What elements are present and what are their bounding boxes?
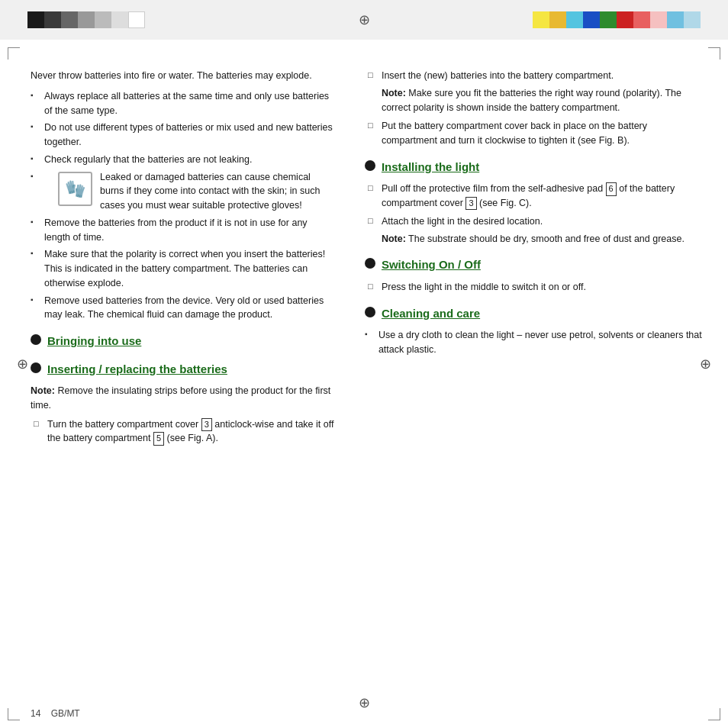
battery-steps-list: Turn the battery compartment cover 3 ant… bbox=[31, 417, 334, 446]
corner-mark-bl bbox=[8, 708, 20, 720]
warning-text: Leaked or damaged batteries can cause ch… bbox=[100, 170, 334, 213]
ref-3b: 3 bbox=[465, 197, 476, 210]
installing-step1: Pull off the protective film from the se… bbox=[365, 182, 705, 211]
ref-3: 3 bbox=[201, 418, 212, 431]
swatches-right bbox=[533, 11, 701, 28]
swatch-darkgray bbox=[44, 11, 61, 28]
switching-heading: Switching On / Off bbox=[365, 256, 705, 274]
swatch-verylightgray bbox=[111, 11, 128, 28]
cleaning-care-title: Cleaning and care bbox=[382, 305, 480, 323]
ref-5: 5 bbox=[153, 432, 164, 445]
list-item: Remove the batteries from the product if… bbox=[31, 216, 334, 245]
cleaning-step: Use a dry cloth to clean the light – nev… bbox=[365, 328, 705, 357]
list-item: 🧤 Leaked or damaged batteries can cause … bbox=[31, 170, 334, 213]
inserting-batteries-title: Inserting / replacing the batteries bbox=[47, 361, 227, 378]
swatch-red bbox=[617, 11, 633, 28]
right-column: Insert the (new) batteries into the batt… bbox=[350, 61, 728, 690]
list-item: Do not use different types of batteries … bbox=[31, 121, 334, 150]
main-content: Never throw batteries into fire or water… bbox=[0, 61, 728, 690]
intro-text: Never throw batteries into fire or water… bbox=[31, 69, 334, 83]
warning-item: 🧤 Leaked or damaged batteries can cause … bbox=[44, 170, 334, 213]
installing-steps-list: Pull off the protective film from the se… bbox=[365, 182, 705, 246]
battery-steps-right-list: Insert the (new) batteries into the batt… bbox=[365, 69, 705, 148]
footer: 14 GB/MT bbox=[31, 708, 80, 719]
step2-text: Insert the (new) batteries into the batt… bbox=[382, 70, 614, 81]
section-bullet-icon bbox=[365, 307, 375, 317]
bringing-into-use-heading: Bringing into use bbox=[31, 333, 334, 350]
battery-step2: Insert the (new) batteries into the batt… bbox=[365, 69, 705, 114]
swatch-orange bbox=[549, 11, 566, 28]
locale: GB/MT bbox=[51, 708, 80, 719]
swatch-lightgray bbox=[95, 11, 111, 28]
ref-6: 6 bbox=[606, 182, 617, 195]
step2-note: Note: Make sure you fit the batteries th… bbox=[382, 86, 705, 115]
crosshair-top-icon: ⊕ bbox=[359, 11, 370, 28]
swatch-medgray bbox=[78, 11, 95, 28]
installing-step2: Attach the light in the desired location… bbox=[365, 214, 705, 246]
note-insulating: Note: Remove the insulating strips befor… bbox=[31, 384, 334, 413]
list-item: Remove used batteries from the device. V… bbox=[31, 294, 334, 323]
switching-steps-list: Press the light in the middle to switch … bbox=[365, 280, 705, 295]
switching-step: Press the light in the middle to switch … bbox=[365, 280, 705, 295]
corner-mark-br bbox=[708, 708, 720, 720]
bullet-list: Always replace all batteries at the same… bbox=[31, 89, 334, 322]
battery-step3: Put the battery compartment cover back i… bbox=[365, 119, 705, 148]
swatch-lightblue bbox=[667, 11, 684, 28]
corner-mark-tr bbox=[708, 47, 720, 60]
list-item: Always replace all batteries at the same… bbox=[31, 89, 334, 118]
step2-note-label: Note: bbox=[382, 88, 406, 98]
warning-glove-icon: 🧤 bbox=[58, 172, 92, 206]
top-bar: ⊕ bbox=[0, 0, 728, 40]
swatch-gray bbox=[61, 11, 78, 28]
swatches-left bbox=[27, 11, 145, 28]
installing-step1-suffix: (see Fig. C). bbox=[477, 198, 532, 208]
section-bullet-icon bbox=[31, 362, 41, 373]
list-item: Make sure that the polarity is correct w… bbox=[31, 247, 334, 290]
battery-step1: Turn the battery compartment cover 3 ant… bbox=[31, 417, 334, 446]
inserting-batteries-heading: Inserting / replacing the batteries bbox=[31, 361, 334, 378]
installing-step2-note: Note: The substrate should be dry, smoot… bbox=[382, 232, 705, 246]
swatch-white bbox=[128, 11, 145, 28]
bringing-into-use-title: Bringing into use bbox=[47, 333, 141, 350]
step1-prefix: Turn the battery compartment cover bbox=[47, 419, 201, 430]
cleaning-care-heading: Cleaning and care bbox=[365, 305, 705, 323]
swatch-green bbox=[600, 11, 617, 28]
page-number: 14 bbox=[31, 708, 40, 719]
swatch-lightpink bbox=[650, 11, 667, 28]
list-item: Check regularly that the batteries are n… bbox=[31, 153, 334, 167]
note-text: Remove the insulating strips before usin… bbox=[31, 385, 330, 411]
swatch-blue bbox=[583, 11, 600, 28]
installing-step2-text: Attach the light in the desired location… bbox=[382, 216, 543, 227]
corner-mark-tl bbox=[8, 47, 20, 60]
installing-light-heading: Installing the light bbox=[365, 159, 705, 176]
section-bullet-icon bbox=[365, 160, 375, 171]
installing-light-title: Installing the light bbox=[382, 159, 479, 176]
swatch-yellow bbox=[533, 11, 549, 28]
note-label: Note: bbox=[31, 385, 55, 396]
installing-step2-note-text: The substrate should be dry, smooth and … bbox=[408, 234, 685, 244]
step1-suffix: (see Fig. A). bbox=[164, 433, 218, 443]
swatch-cyan bbox=[566, 11, 583, 28]
step2-note-text: Make sure you fit the batteries the righ… bbox=[382, 88, 681, 113]
swatch-black bbox=[27, 11, 44, 28]
section-bullet-icon bbox=[31, 334, 41, 345]
crosshair-bottom-icon: ⊕ bbox=[359, 694, 370, 711]
section-bullet-icon bbox=[365, 258, 375, 269]
cleaning-steps-list: Use a dry cloth to clean the light – nev… bbox=[365, 328, 705, 357]
swatch-paleblue bbox=[684, 11, 701, 28]
installing-step2-note-label: Note: bbox=[382, 234, 406, 244]
installing-step1-prefix: Pull off the protective film from the se… bbox=[382, 183, 606, 194]
left-column: Never throw batteries into fire or water… bbox=[0, 61, 350, 690]
swatch-pink bbox=[633, 11, 650, 28]
switching-title: Switching On / Off bbox=[382, 256, 481, 274]
